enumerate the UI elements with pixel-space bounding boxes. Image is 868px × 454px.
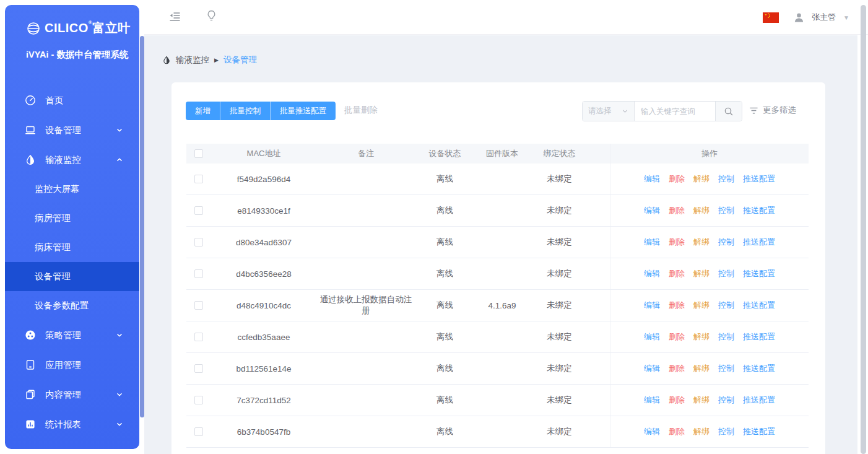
sidebar-subitem-label: 监控大屏幕 bbox=[35, 183, 80, 195]
sidebar-item-app-mgmt[interactable]: 应用管理 bbox=[5, 350, 139, 380]
sidebar-subitem-device-mgmt-sub[interactable]: 设备管理 bbox=[5, 262, 139, 291]
control-action[interactable]: 控制 bbox=[718, 363, 734, 374]
delete-action[interactable]: 删除 bbox=[669, 300, 685, 311]
control-action[interactable]: 控制 bbox=[718, 331, 734, 343]
row-checkbox[interactable] bbox=[194, 396, 203, 404]
cell-mac: ccfedb35aaee bbox=[211, 333, 316, 342]
push-config-action[interactable]: 推送配置 bbox=[743, 300, 775, 311]
keyword-search-input[interactable] bbox=[635, 102, 716, 121]
delete-action[interactable]: 删除 bbox=[669, 173, 685, 185]
delete-action[interactable]: 删除 bbox=[669, 331, 685, 343]
table-header-row: MAC地址 备注 设备状态 固件版本 绑定状态 操作 bbox=[186, 144, 809, 164]
breadcrumb-current[interactable]: 设备管理 bbox=[224, 55, 257, 66]
unbind-action[interactable]: 解绑 bbox=[693, 237, 710, 248]
row-checkbox[interactable] bbox=[194, 238, 203, 247]
unbind-action[interactable]: 解绑 bbox=[693, 173, 710, 185]
row-checkbox[interactable] bbox=[194, 269, 203, 278]
delete-action[interactable]: 删除 bbox=[669, 395, 685, 406]
more-filter-button[interactable]: 更多筛选 bbox=[749, 105, 796, 116]
edit-action[interactable]: 编辑 bbox=[644, 237, 660, 248]
row-checkbox[interactable] bbox=[194, 333, 203, 341]
select-all-checkbox[interactable] bbox=[194, 149, 203, 158]
push-config-action[interactable]: 推送配置 bbox=[743, 205, 775, 216]
chevron-up-icon bbox=[116, 156, 123, 164]
push-config-action[interactable]: 推送配置 bbox=[743, 237, 775, 248]
bulk-control-button[interactable]: 批量控制 bbox=[220, 102, 270, 120]
edit-action[interactable]: 编辑 bbox=[644, 395, 660, 406]
cell-binding: 未绑定 bbox=[530, 173, 589, 185]
push-config-action[interactable]: 推送配置 bbox=[743, 395, 775, 406]
unbind-action[interactable]: 解绑 bbox=[693, 205, 710, 216]
delete-action[interactable]: 删除 bbox=[669, 268, 685, 279]
unbind-action[interactable]: 解绑 bbox=[693, 426, 710, 437]
push-config-action[interactable]: 推送配置 bbox=[743, 268, 775, 279]
delete-action[interactable]: 删除 bbox=[669, 205, 685, 216]
unbind-action[interactable]: 解绑 bbox=[693, 268, 710, 279]
device-table-card: 新增 批量控制 批量推送配置 批量删除 请选择 更多筛选 MAC地址 备注 设备… bbox=[171, 82, 825, 454]
unbind-action[interactable]: 解绑 bbox=[693, 395, 710, 406]
table-row: d80e34ad6307 离线 未绑定 编辑删除解绑控制推送配置 bbox=[186, 227, 809, 258]
infusion-icon bbox=[25, 154, 36, 165]
push-config-action[interactable]: 推送配置 bbox=[743, 331, 775, 343]
unbind-action[interactable]: 解绑 bbox=[693, 331, 710, 343]
sidebar-item-content-mgmt[interactable]: 内容管理 bbox=[5, 380, 139, 409]
control-action[interactable]: 控制 bbox=[718, 426, 734, 437]
sidebar-item-label: 策略管理 bbox=[45, 330, 81, 341]
table-row: d48c4910c4dc 通过接收上报数据自动注册 离线 4.1.6a9 未绑定… bbox=[186, 290, 809, 321]
edit-action[interactable]: 编辑 bbox=[644, 268, 660, 279]
sidebar-subitem-bed-mgmt[interactable]: 病床管理 bbox=[5, 233, 139, 262]
sidebar-subitem-ward-mgmt[interactable]: 病房管理 bbox=[5, 204, 139, 233]
search-compound: 请选择 bbox=[582, 101, 742, 121]
control-action[interactable]: 控制 bbox=[718, 268, 734, 279]
control-action[interactable]: 控制 bbox=[718, 205, 734, 216]
row-checkbox[interactable] bbox=[194, 206, 203, 215]
unbind-action[interactable]: 解绑 bbox=[693, 363, 710, 374]
add-button[interactable]: 新增 bbox=[186, 102, 220, 120]
edit-action[interactable]: 编辑 bbox=[644, 205, 660, 216]
push-config-action[interactable]: 推送配置 bbox=[743, 363, 775, 374]
push-config-action[interactable]: 推送配置 bbox=[743, 426, 775, 437]
sidebar-item-infusion-monitor[interactable]: 输液监控 bbox=[5, 145, 139, 175]
push-config-action[interactable]: 推送配置 bbox=[743, 173, 775, 185]
china-flag-icon[interactable] bbox=[763, 12, 779, 23]
collapse-sidebar-icon[interactable] bbox=[169, 11, 181, 24]
edit-action[interactable]: 编辑 bbox=[644, 300, 660, 311]
breadcrumb-arrow-icon: ▶ bbox=[214, 57, 219, 63]
control-action[interactable]: 控制 bbox=[718, 300, 734, 311]
sidebar-subitem-device-params[interactable]: 设备参数配置 bbox=[5, 291, 139, 320]
edit-action[interactable]: 编辑 bbox=[644, 173, 660, 185]
row-checkbox[interactable] bbox=[194, 364, 203, 373]
sidebar-scrollbar[interactable] bbox=[140, 36, 144, 417]
sidebar-item-home[interactable]: 首页 bbox=[5, 85, 139, 115]
sidebar-item-device-mgmt[interactable]: 设备管理 bbox=[5, 115, 139, 145]
row-checkbox[interactable] bbox=[194, 427, 203, 436]
edit-action[interactable]: 编辑 bbox=[644, 426, 660, 437]
cell-operations: 编辑删除解绑控制推送配置 bbox=[610, 353, 809, 384]
bulk-push-config-button[interactable]: 批量推送配置 bbox=[270, 102, 336, 120]
caret-down-icon[interactable]: ▼ bbox=[843, 14, 849, 21]
page-scrollbar[interactable] bbox=[861, 5, 866, 454]
cell-binding: 未绑定 bbox=[530, 205, 589, 216]
sidebar-item-strategy-mgmt[interactable]: 策略管理 bbox=[5, 320, 139, 350]
delete-action[interactable]: 删除 bbox=[669, 426, 685, 437]
user-name[interactable]: 张主管 bbox=[812, 12, 836, 23]
search-button[interactable] bbox=[716, 102, 742, 121]
control-action[interactable]: 控制 bbox=[718, 237, 734, 248]
bulk-delete-button[interactable]: 批量删除 bbox=[344, 105, 378, 116]
control-action[interactable]: 控制 bbox=[718, 173, 734, 185]
lightbulb-icon[interactable] bbox=[206, 10, 217, 24]
sidebar-item-stats-report[interactable]: 统计报表 bbox=[5, 409, 139, 439]
row-checkbox[interactable] bbox=[194, 301, 203, 310]
delete-action[interactable]: 删除 bbox=[669, 237, 685, 248]
delete-action[interactable]: 删除 bbox=[669, 363, 685, 374]
sidebar-subitem-monitor-screen[interactable]: 监控大屏幕 bbox=[5, 175, 139, 204]
unbind-action[interactable]: 解绑 bbox=[693, 300, 710, 311]
search-field-select[interactable]: 请选择 bbox=[583, 102, 635, 121]
app-icon bbox=[25, 359, 36, 370]
edit-action[interactable]: 编辑 bbox=[644, 331, 660, 343]
edit-action[interactable]: 编辑 bbox=[644, 363, 660, 374]
control-action[interactable]: 控制 bbox=[718, 395, 734, 406]
sidebar-subitem-label: 设备管理 bbox=[35, 271, 71, 282]
cell-mac: bd112561e14e bbox=[211, 364, 316, 373]
row-checkbox[interactable] bbox=[194, 175, 203, 183]
